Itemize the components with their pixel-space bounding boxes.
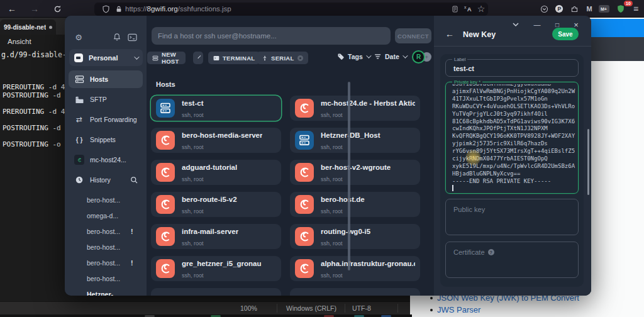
history-host-item[interactable]: bero-host... <box>87 243 142 259</box>
host-card-test-ct[interactable]: test-ctssh, root <box>151 96 281 121</box>
sidebar-item-hosts[interactable]: Hosts <box>69 70 143 88</box>
notepad-menu-ansicht[interactable]: Ansicht <box>8 38 31 45</box>
extension-mplus-icon[interactable]: M+ <box>598 3 609 14</box>
host-name: test-ct <box>182 99 204 107</box>
forward-button[interactable]: → <box>29 3 40 14</box>
host-name: alpha.infrastruktur-gronau.de <box>321 260 415 267</box>
hosts-section-title: Hosts <box>156 81 175 88</box>
pocket-icon[interactable] <box>538 3 550 14</box>
extension-puzzle-icon[interactable] <box>569 3 580 14</box>
host-card-partial[interactable] <box>151 288 281 296</box>
server-icon <box>295 131 314 150</box>
host-card-alpha-infra[interactable]: alpha.infrastruktur-gronau.dessh, root <box>290 256 420 281</box>
sidebar-item-snippets[interactable]: { } Snippets <box>69 131 143 148</box>
host-card-hetzner-db[interactable]: Hetzner-DB_Hostssh, root <box>290 128 420 153</box>
connect-button[interactable]: CONNECT <box>395 28 431 43</box>
host-card-bero-media[interactable]: bero-host-media-serverssh, root <box>151 128 281 153</box>
bookmark-star-icon[interactable]: ☆ <box>475 3 487 14</box>
host-card-bero-route[interactable]: bero-route-i5-v2ssh, root <box>151 192 281 217</box>
settings-gear-icon[interactable]: ⚙ <box>73 31 84 43</box>
taskbar-icon <box>145 315 155 317</box>
bullet <box>430 297 433 299</box>
date-filter[interactable]: Date <box>374 53 406 60</box>
statusbar-eol: Windows (CRLF) <box>286 304 336 312</box>
host-card-routing-wg0[interactable]: routing-wg0-i5ssh, root <box>290 224 420 249</box>
debian-icon <box>295 227 314 246</box>
new-host-button[interactable]: NEW HOST <box>147 52 186 64</box>
back-button[interactable]: ← <box>445 29 454 39</box>
shield-icon[interactable] <box>102 5 110 13</box>
host-card-mc-host24[interactable]: mc-host24.de - Herbst Aktion Ro...ssh, r… <box>290 96 420 121</box>
vault-selector[interactable]: Personal <box>69 49 143 66</box>
host-subtitle: ssh, root <box>182 112 204 118</box>
sidebar-item-label: Port Forwarding <box>90 116 139 123</box>
folder-icon <box>74 94 84 104</box>
sidebar-item-label: Snippets <box>90 136 139 143</box>
search-icon[interactable] <box>129 175 139 185</box>
account-avatar[interactable]: R <box>412 50 425 64</box>
tags-filter[interactable]: Tags <box>337 53 370 60</box>
debian-icon <box>295 163 314 182</box>
host-name: mc-host24.de - Herbst Aktion Ro... <box>321 99 415 107</box>
terminal-button[interactable]: TERMINAL <box>208 52 260 64</box>
notifications-bell-icon[interactable] <box>111 31 123 43</box>
filter-lines-icon <box>374 53 382 60</box>
panel-scrollbar[interactable] <box>587 129 589 195</box>
public-key-field[interactable]: Public key <box>445 199 579 235</box>
statusbar-zoom: 100% <box>240 304 257 312</box>
statusbar-encoding: UTF-8 <box>352 304 371 312</box>
host-card-bero-host-de[interactable]: bero-host.dessh, root <box>290 192 420 217</box>
certificate-placeholder: Certificate <box>453 248 485 256</box>
extension-m-icon[interactable]: M <box>584 3 595 14</box>
window-menu-chevron-icon[interactable] <box>511 19 521 30</box>
mouse-cursor-highlight <box>465 150 481 165</box>
window-minimize-button[interactable]: — <box>532 19 542 30</box>
certificate-field[interactable]: Certificate? <box>445 242 579 278</box>
new-host-dropdown[interactable] <box>193 52 203 64</box>
host-card-adguard[interactable]: adguard-tutorialssh, root <box>151 160 281 185</box>
separator <box>277 304 277 313</box>
private-key-field[interactable]: Private key * b5aYIbSBvacN+hhhmZjgyGwuxa… <box>445 82 579 194</box>
hosts-scrollbar[interactable] <box>348 82 350 270</box>
serial-badge-icon <box>297 55 303 61</box>
sidebar-item-sftp[interactable]: SFTP <box>69 91 143 108</box>
host-card-ber-wgroute[interactable]: ber-host-v2-wgroutessh, root <box>290 160 420 185</box>
reader-mode-icon[interactable] <box>449 3 460 14</box>
sidebar-item-mc-host24[interactable]: mc-host24... <box>69 151 143 169</box>
hosts-icon <box>74 74 84 84</box>
sidebar-item-label: SFTP <box>90 96 139 103</box>
serial-button[interactable]: SERIAL <box>257 52 308 64</box>
history-host-item[interactable]: bero-host... <box>87 196 142 212</box>
notepad-statusbar: 100% Windows (CRLF) UTF-8 <box>0 301 410 314</box>
public-key-placeholder: Public key <box>453 206 485 213</box>
terminal-window-icon[interactable] <box>126 31 138 43</box>
history-host-item[interactable]: bero-host...! <box>87 259 142 275</box>
host-subtitle: ssh, root <box>182 176 204 182</box>
lock-icon[interactable] <box>115 5 123 13</box>
url-bar[interactable]: https://8gwifi.org/sshfunctions.jsp <box>94 3 488 16</box>
host-card-infra-mail[interactable]: infra-mail-serverssh, root <box>151 224 281 249</box>
sidebar-item-port-forwarding[interactable]: ⇄ Port Forwarding <box>69 111 143 128</box>
history-host-item[interactable]: omega-d... <box>87 212 142 228</box>
reload-button[interactable] <box>52 3 63 14</box>
history-host-item[interactable]: Hetzner- <box>87 291 142 296</box>
notepad-tab[interactable]: 99-disable-net <box>0 19 56 35</box>
extension-p-icon[interactable]: P <box>553 3 565 14</box>
label-field[interactable]: Label test-ct <box>445 59 579 77</box>
host-subtitle: ssh, root <box>321 240 343 247</box>
host-search-input[interactable]: Find a host or ssh user@hostname... <box>152 27 391 45</box>
host-card-partial[interactable] <box>290 288 420 296</box>
sidebar-item-history[interactable]: History <box>69 171 143 189</box>
private-key-text: b5aYIbSBvacN+hhhmZjgyGwuxaamB ajimxFAlVw… <box>452 84 576 186</box>
back-button[interactable]: ← <box>6 3 18 14</box>
save-button[interactable]: Save <box>552 28 579 40</box>
translate-icon[interactable]: xA <box>462 3 474 14</box>
history-host-item[interactable]: bero-host...! <box>87 228 142 243</box>
history-host-item[interactable]: bero-host... <box>87 275 142 291</box>
host-name: Hetzner-DB_Host <box>321 131 380 139</box>
taskbar-icon <box>211 315 221 317</box>
host-name: bero-route-i5-v2 <box>182 196 237 203</box>
info-icon[interactable]: ? <box>488 249 494 255</box>
webpage-link-jws[interactable]: JWS Parser <box>437 305 480 314</box>
host-card-gre-hetzner[interactable]: gre_hetzner_i5_gronaussh, root <box>151 256 281 281</box>
